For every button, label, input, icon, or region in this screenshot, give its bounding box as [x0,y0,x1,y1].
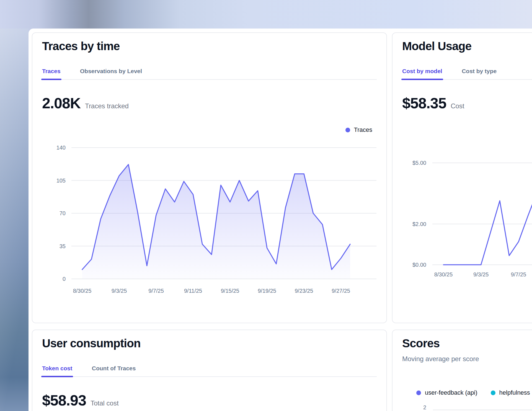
dashboard-surface: Traces by time Traces Observations by Le… [29,29,532,411]
card-title-user-consumption: User consumption [42,337,141,350]
x-axis-tick-label: 9/15/25 [221,288,239,294]
scores-y-axis-tick-label: 2 [392,404,426,411]
model-usage-card: Model Usage Cost by model Cost by type $… [392,32,532,323]
total-cost-value: $58.93 [42,392,86,409]
x-axis-tick-label: 9/27/25 [332,288,350,294]
x-axis-tick-label: 9/19/25 [258,288,276,294]
scores-chart-legend: user-feedback (api) helpfulness [416,389,530,396]
y-axis-tick-label: $5.00 [412,160,426,166]
y-axis-tick-label: $2.00 [412,221,426,227]
y-axis-tick-label: $0.00 [412,262,426,268]
y-axis-tick-label: 70 [60,210,66,216]
legend-item-user-feedback: user-feedback (api) [416,389,477,396]
card-title-scores: Scores [402,337,440,350]
x-axis-tick-label: 9/23/25 [295,288,313,294]
background-wallpaper-left [0,29,29,411]
legend-dot-user-feedback-icon [416,391,421,395]
tab-count-of-traces[interactable]: Count of Traces [92,365,136,376]
scores-subtitle: Moving average per score [402,355,479,363]
user-consumption-stat: $58.93 Total cost [42,392,119,409]
user-consumption-tab-bar: Token cost Count of Traces [42,365,377,377]
line-series [443,191,532,265]
scores-card: Scores Moving average per score user-fee… [392,330,532,411]
x-axis-tick-label: 8/30/25 [434,271,453,278]
x-axis-tick-label: 8/30/25 [73,288,92,294]
traces-by-time-chart: 035701051408/30/259/3/259/7/259/11/259/1… [32,33,385,322]
model-usage-chart: $0.00$2.00$5.008/30/259/3/259/7/25 [392,33,532,322]
scores-gridline [433,410,532,410]
x-axis-tick-label: 9/11/25 [184,288,202,294]
y-axis-tick-label: 0 [63,276,66,282]
x-axis-tick-label: 9/7/25 [511,271,526,278]
x-axis-tick-label: 9/3/25 [112,288,127,294]
user-consumption-card: User consumption Token cost Count of Tra… [32,330,387,411]
y-axis-tick-label: 140 [56,145,66,151]
tab-token-cost[interactable]: Token cost [42,365,72,376]
legend-item-helpfulness: helpfulness [491,389,530,396]
legend-label-helpfulness: helpfulness [499,389,530,396]
total-cost-label: Total cost [91,399,118,407]
legend-label-user-feedback: user-feedback (api) [425,389,477,396]
traces-by-time-card: Traces by time Traces Observations by Le… [32,32,387,323]
legend-dot-helpfulness-icon [491,391,495,395]
y-axis-tick-label: 35 [60,243,66,249]
x-axis-tick-label: 9/7/25 [148,288,164,294]
y-axis-tick-label: 105 [56,178,66,184]
x-axis-tick-label: 9/3/25 [473,271,489,278]
